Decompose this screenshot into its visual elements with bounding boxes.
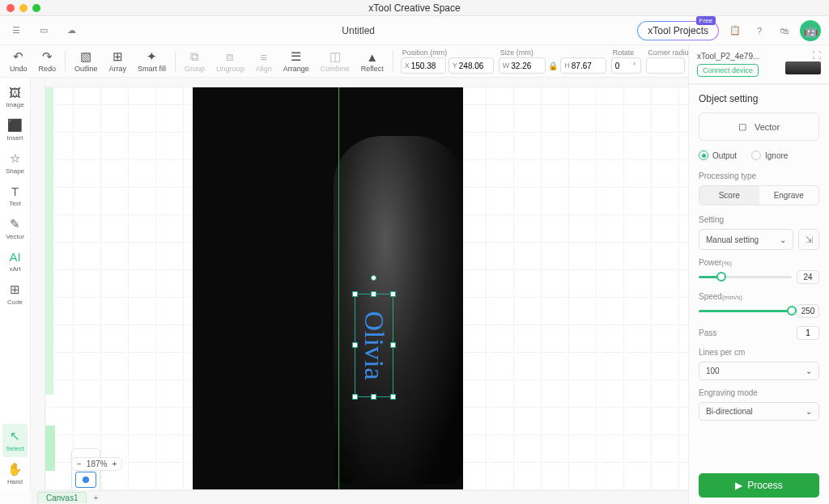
device-name: xTool_P2_4e79... [697,52,762,61]
zoom-control[interactable]: − 187% + [71,457,122,471]
ungroup-button[interactable]: ⧈Ungroup [211,45,249,77]
resize-handle[interactable] [352,342,358,348]
zoom-out[interactable]: − [77,460,82,468]
work-area-strip2 [45,426,55,471]
power-slider[interactable] [699,276,792,278]
tab-canvas1[interactable]: Canvas1 [37,492,87,503]
avatar[interactable]: 🤖 [800,20,821,41]
smartfill-button[interactable]: ✦Smart fill [133,45,171,77]
clipboard-icon[interactable]: 📋 [727,23,743,39]
minimize-window[interactable] [19,4,28,12]
app-title: xTool Creative Space [368,2,460,14]
bottle-object [334,136,463,484]
document-title[interactable]: Untitled [79,25,637,36]
vector-tool[interactable]: ✎Vector [0,212,30,245]
outline-button[interactable]: ▧Outline [70,45,103,77]
resize-handle[interactable] [371,394,376,400]
help-icon[interactable]: ? [751,23,767,39]
output-radio[interactable]: Output [699,150,737,160]
play-icon: ▶ [735,480,742,491]
redo-button[interactable]: ↷Redo [34,45,62,77]
array-button[interactable]: ⊞Array [104,45,132,77]
menu-icon[interactable]: ☰ [8,23,24,39]
cloud-icon[interactable]: ☁ [63,23,79,39]
xart-tool[interactable]: AIxArt [0,245,30,277]
setting-save-icon[interactable]: ⇲ [798,229,819,250]
process-button[interactable]: ▶ Process [699,473,819,498]
close-window[interactable] [6,4,15,12]
vector-icon: ▢ [738,121,746,132]
select-tool[interactable]: ↖Select [2,424,28,457]
radius-input[interactable] [646,57,685,74]
speed-slider[interactable] [699,310,792,312]
resize-handle[interactable] [371,291,376,297]
right-panel: xTool_P2_4e79... Connect device ⛶ Object… [688,45,829,504]
pass-input[interactable] [797,326,819,340]
engrave-button[interactable]: Engrave [759,186,819,205]
slider-thumb[interactable] [716,272,726,282]
add-tab[interactable]: + [87,493,104,502]
ruler-horizontal [45,78,688,87]
shape-tool[interactable]: ☆Shape [0,146,30,180]
object-setting-title: Object setting [699,93,819,104]
camera-photo: Olivia [193,87,463,489]
layer-item[interactable] [75,472,96,488]
connect-device-button[interactable]: Connect device [697,64,759,77]
arrange-button[interactable]: ☰Arrange [278,45,314,77]
engraving-mode-select[interactable]: Bi-directional⌄ [699,402,819,421]
selection-box[interactable]: Olivia [355,294,393,397]
hand-tool[interactable]: ✋Hand [0,457,30,490]
work-area-strip [45,87,53,395]
projects-button[interactable]: Free xTool Projects [637,21,719,40]
code-tool[interactable]: ⊞Code [0,277,30,311]
h-input[interactable]: H [560,57,606,74]
speed-label: Speed [699,292,722,301]
resize-handle[interactable] [390,291,396,297]
free-badge: Free [696,16,716,25]
chevron-down-icon: ⌄ [806,407,812,416]
rotate-handle[interactable] [371,275,376,281]
lock-icon[interactable]: 🔒 [548,61,558,70]
resize-handle[interactable] [390,394,396,400]
align-button[interactable]: ≡Align [251,45,277,77]
zoom-in[interactable]: + [112,460,117,468]
x-input[interactable]: X [401,57,446,74]
canvas[interactable]: Olivia ≡ − 187% + [31,78,688,490]
setting-select[interactable]: Manual setting⌄ [699,229,793,250]
power-value[interactable]: 24 [797,270,819,284]
shop-icon[interactable]: 🛍 [776,23,792,39]
y-input[interactable]: Y [449,57,494,74]
engraving-mode-label: Engraving mode [699,388,819,397]
insert-tool[interactable]: ⬛Insert [0,113,30,146]
folder-icon[interactable]: ▭ [36,23,52,39]
zoom-value: 187% [87,460,108,468]
combine-button[interactable]: ◫Combine [316,45,355,77]
expand-device-icon[interactable]: ⛶ [812,50,821,60]
ignore-radio[interactable]: Ignore [751,150,788,160]
maximize-window[interactable] [32,4,40,12]
text-object[interactable]: Olivia [359,311,389,380]
resize-handle[interactable] [352,291,358,297]
speed-value[interactable]: 250 [797,304,819,318]
chevron-down-icon: ⌄ [780,235,786,244]
resize-handle[interactable] [352,394,358,400]
guide-line [338,87,339,489]
projects-label: xTool Projects [648,25,708,36]
reflect-button[interactable]: ▲Reflect [356,45,389,77]
vector-type-box[interactable]: ▢ Vector [699,112,819,141]
w-input[interactable]: W [499,57,546,74]
text-tool[interactable]: TText [0,180,30,212]
device-image [785,61,821,74]
processing-type-label: Processing type [699,172,819,180]
slider-thumb[interactable] [787,306,797,316]
rotate-input[interactable]: ° [611,57,642,74]
object-setting-panel: Object setting ▢ Vector Output Ignore Pr… [689,84,829,467]
group-button[interactable]: ⧉Group [180,45,210,77]
lines-per-cm-select[interactable]: 100⌄ [699,362,819,380]
image-tool[interactable]: 🖼Image [0,81,30,113]
resize-handle[interactable] [390,342,396,348]
undo-button[interactable]: ↶Undo [5,45,32,77]
score-button[interactable]: Score [699,186,759,205]
pass-label: Pass [699,328,790,337]
processing-type-segment: Score Engrave [699,185,819,205]
